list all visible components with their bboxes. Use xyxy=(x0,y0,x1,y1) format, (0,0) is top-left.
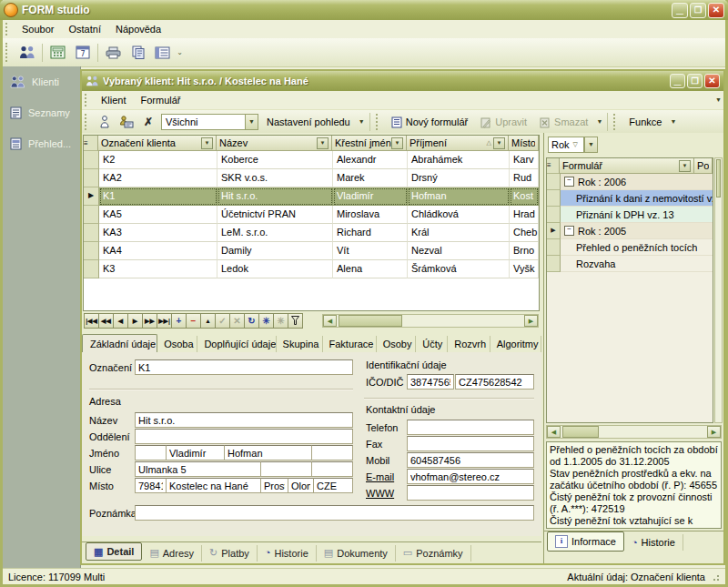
row-selector[interactable] xyxy=(84,206,99,224)
form-row[interactable]: Přiznání k DPH vz. 13 xyxy=(547,207,713,223)
nav-goto-bookmark-button[interactable]: ✳ xyxy=(273,313,288,329)
row-selector[interactable] xyxy=(547,239,561,256)
ico-field[interactable] xyxy=(407,374,454,390)
toolbar-grip[interactable] xyxy=(5,43,12,63)
nav-bookmark-button[interactable]: ✳ xyxy=(258,313,274,329)
filter-combo[interactable]: Všichni xyxy=(161,114,258,130)
nav-post-button[interactable]: ✓ xyxy=(215,313,230,329)
email-field[interactable] xyxy=(407,469,534,484)
mobil-field[interactable] xyxy=(407,452,534,468)
row-selector[interactable] xyxy=(84,151,99,169)
nav-next-button[interactable]: ▶ xyxy=(127,313,143,329)
client-toolbar-grip[interactable] xyxy=(85,114,91,130)
form-group-row-current[interactable]: ▶ Rok : 2005 xyxy=(547,223,713,239)
filter-combo-value[interactable]: Všichni xyxy=(161,114,245,130)
form-row[interactable]: Přehled o peněžních tocích xyxy=(547,239,713,256)
column-header-misto[interactable]: Místo xyxy=(509,136,539,151)
tab-doplnujici-udaje[interactable]: Doplňující údaje xyxy=(197,336,276,352)
form-group-row[interactable]: Rok : 2006 xyxy=(547,174,713,190)
menu-klient[interactable]: Klient xyxy=(94,93,134,107)
tab-adresy[interactable]: ▤ Adresy xyxy=(142,545,202,562)
scroll-left-arrow[interactable]: ◀ xyxy=(547,426,561,438)
tab-ucty[interactable]: Účty xyxy=(416,336,448,352)
functions-chevron[interactable] xyxy=(668,113,678,131)
toolbar-overflow-chevron[interactable] xyxy=(175,43,185,63)
client-person-card-button[interactable] xyxy=(116,112,137,133)
row-selector[interactable] xyxy=(547,207,561,223)
close-button[interactable] xyxy=(708,3,724,18)
report-button[interactable] xyxy=(150,41,175,65)
column-header-prijmeni[interactable]: Příjmení △ xyxy=(407,136,509,151)
client-row[interactable]: KA2 SKR v.o.s. Marek Drsný Rud xyxy=(84,169,539,187)
tab-rozvrh[interactable]: Rozvrh xyxy=(448,336,490,352)
scroll-thumb[interactable] xyxy=(562,426,599,438)
tab-historie[interactable]: ◔ Historie xyxy=(258,545,317,562)
column-header-oznaceni-klienta[interactable]: Označení klienta xyxy=(98,136,217,151)
nav-last-button[interactable]: ▶▶| xyxy=(157,313,172,329)
column-header-poznamka[interactable]: Poz xyxy=(694,158,713,174)
print-button[interactable] xyxy=(101,41,126,65)
prijmeni-field[interactable] xyxy=(224,445,312,460)
misto-field[interactable] xyxy=(166,478,261,493)
row-selector[interactable] xyxy=(84,224,99,242)
poznamka-field[interactable] xyxy=(135,505,534,521)
nav-insert-button[interactable]: + xyxy=(171,313,187,329)
scroll-right-arrow[interactable]: ▶ xyxy=(524,315,538,327)
collapse-icon[interactable] xyxy=(564,177,574,187)
copy-button[interactable] xyxy=(126,41,150,65)
client-row[interactable]: KA5 Účetnictví PRAN Miroslava Chládková … xyxy=(84,206,539,224)
client-row-selected[interactable]: ▶ K1 Hit s.r.o. Vladimír Hofman Kost xyxy=(84,187,539,206)
row-selector[interactable] xyxy=(84,242,99,260)
nav-next-page-button[interactable]: ▶▶ xyxy=(142,313,157,329)
calendar-button[interactable]: 7 xyxy=(70,41,95,65)
functions-button[interactable]: Funkce xyxy=(622,113,668,131)
delete-button[interactable]: Smazat xyxy=(533,113,594,131)
column-filter-dropdown-icon[interactable] xyxy=(391,137,403,149)
www-link-label[interactable]: WWW xyxy=(366,488,394,499)
view-settings-button[interactable]: Nastavení pohledu xyxy=(260,113,357,131)
scroll-thumb[interactable] xyxy=(339,315,402,327)
resize-grip[interactable] xyxy=(711,572,720,582)
current-row-marker[interactable]: ▶ xyxy=(84,187,99,206)
oznaceni-field[interactable] xyxy=(135,359,353,375)
form-row-selected[interactable]: Přiznání k dani z nemovitostí vz xyxy=(547,190,713,207)
tab-detail[interactable]: ▦ Detail xyxy=(86,542,142,561)
www-field[interactable] xyxy=(407,485,534,501)
tab-poznamky[interactable]: ▭ Poznámky xyxy=(396,545,471,562)
form-buttons-chevron[interactable] xyxy=(594,113,604,131)
nav-delete-button[interactable]: − xyxy=(186,313,201,329)
client-minimize-button[interactable] xyxy=(670,74,685,88)
group-field-dropdown-icon[interactable] xyxy=(584,137,598,153)
cislo-orientacni-field[interactable] xyxy=(311,461,353,477)
client-row[interactable]: K2 Koberce Alexandr Abrahámek Karv xyxy=(84,151,539,169)
column-filter-dropdown-icon[interactable] xyxy=(201,137,213,149)
calculator-button[interactable] xyxy=(46,41,70,65)
new-form-button[interactable]: Nový formulář xyxy=(385,113,474,131)
titul-za-field[interactable] xyxy=(311,445,353,460)
collapse-icon[interactable] xyxy=(564,226,574,236)
client-close-button[interactable] xyxy=(704,74,720,88)
filter-combo-dropdown-icon[interactable] xyxy=(245,114,258,130)
column-filter-dropdown-icon[interactable] xyxy=(317,137,329,149)
jmeno-field[interactable] xyxy=(166,445,225,460)
clients-button[interactable] xyxy=(15,41,39,65)
row-selector[interactable] xyxy=(84,260,99,278)
menu-napoveda[interactable]: Nápověda xyxy=(108,22,168,36)
tab-zakladni-udaje[interactable]: Základní údaje xyxy=(82,334,157,353)
scroll-right-arrow[interactable]: ▶ xyxy=(707,426,721,438)
menu-formular[interactable]: Formulář xyxy=(134,93,188,107)
tab-historie-info[interactable]: ◔ Historie xyxy=(624,534,683,551)
tab-skupina[interactable]: Skupina xyxy=(277,336,323,352)
tab-platby[interactable]: ↻ Platby xyxy=(202,545,258,562)
menu-soubor[interactable]: Soubor xyxy=(15,22,61,36)
client-toolbar-grip3[interactable] xyxy=(613,114,620,130)
titul-pred-field[interactable] xyxy=(135,445,167,460)
fax-field[interactable] xyxy=(407,436,534,451)
forms-grid-corner[interactable]: ≡ xyxy=(547,158,560,174)
tab-algoritmy[interactable]: Algoritmy xyxy=(490,336,541,352)
grid-corner-button[interactable]: ≡ xyxy=(84,136,98,151)
forms-vertical-scrollbar[interactable] xyxy=(714,157,723,423)
email-link-label[interactable]: E-mail xyxy=(366,471,394,482)
view-settings-chevron[interactable] xyxy=(357,113,367,131)
edit-button[interactable]: Upravit xyxy=(474,113,533,131)
